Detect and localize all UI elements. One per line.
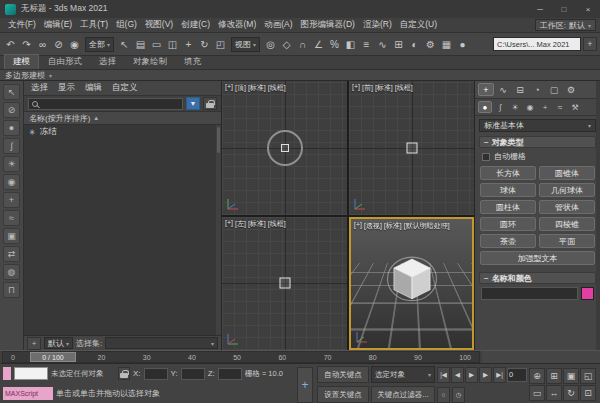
box-object[interactable] [279, 278, 290, 289]
menubar-item[interactable]: 图形编辑器(D) [297, 19, 359, 31]
current-frame-field[interactable] [507, 368, 527, 382]
reference-coordinate-dropdown[interactable]: 视图 ▾ [231, 37, 260, 52]
menubar-item[interactable]: 视图(V) [141, 19, 177, 31]
category-space-warps-icon[interactable]: ≈ [553, 101, 567, 113]
set-keys-button[interactable]: + [297, 367, 313, 403]
explorer-menu-item[interactable]: 显示 [58, 82, 75, 94]
tab-create-icon[interactable]: + [478, 83, 494, 96]
tab-display-icon[interactable]: ▢ [546, 83, 562, 96]
explorer-display-materials-icon[interactable]: ◍ [3, 264, 20, 280]
category-helpers-icon[interactable]: + [538, 101, 552, 113]
ribbon-tab[interactable]: 对象绘制 [125, 55, 175, 69]
selection-lock-toggle[interactable] [118, 367, 130, 380]
zoom-all-icon[interactable]: ⊞ [546, 368, 562, 384]
viewport-label-tag[interactable]: [标准] [248, 219, 266, 229]
mirror-icon[interactable]: ◧ [343, 35, 358, 53]
explorer-display-helpers-icon[interactable]: + [3, 192, 20, 208]
explorer-preset-dropdown[interactable]: 默认 ▾ [44, 337, 73, 349]
object-type-button[interactable]: 圆环 [480, 217, 536, 231]
ribbon-tab[interactable]: 建模 [4, 54, 39, 69]
list-item[interactable]: ✳ 冻结 [24, 125, 221, 139]
tab-motion-icon[interactable]: ◔ [529, 83, 545, 96]
explorer-display-lights-icon[interactable]: ☀ [3, 156, 20, 172]
viewport-label-tag[interactable]: [+] [225, 219, 233, 229]
explorer-menu-item[interactable]: 编辑 [85, 82, 102, 94]
object-type-button[interactable]: 平面 [539, 234, 595, 248]
explorer-display-warps-icon[interactable]: ≈ [3, 210, 20, 226]
explorer-scrollbar[interactable] [216, 125, 221, 335]
viewport-label-tag[interactable]: [线框] [268, 83, 286, 93]
menubar-item[interactable]: 工具(T) [76, 19, 112, 31]
zoom-extents-all-icon[interactable]: ◱ [580, 368, 596, 384]
explorer-display-cameras-icon[interactable]: ◉ [3, 174, 20, 190]
explorer-menu-item[interactable]: 自定义 [112, 82, 138, 94]
window-crossing-icon[interactable]: ◫ [165, 35, 180, 53]
menubar-item[interactable]: 修改器(M) [214, 19, 260, 31]
viewport-label-tag[interactable]: [+] [354, 221, 362, 231]
key-mode-toggle-icon[interactable]: ○ [437, 387, 450, 403]
zoom-extents-icon[interactable]: ▣ [563, 368, 579, 384]
select-and-scale-icon[interactable]: ◰ [213, 35, 228, 53]
next-frame-icon[interactable]: ▶ [479, 367, 492, 383]
viewport-label-tag[interactable]: [+] [225, 83, 233, 93]
viewport-label-tag[interactable]: [标准] [375, 83, 393, 93]
explorer-pick-icon[interactable]: ↖ [3, 84, 20, 100]
go-to-end-icon[interactable]: ▶| [493, 367, 506, 383]
explorer-display-groups-icon[interactable]: ▣ [3, 228, 20, 244]
explorer-column-header[interactable]: 名称(按升序排序) ▲ [24, 112, 221, 125]
scrollbar-thumb[interactable] [217, 127, 220, 153]
explorer-lock-icon[interactable]: ⊓ [3, 282, 20, 298]
macro-recorder-strip[interactable] [3, 367, 11, 380]
menubar-item[interactable]: 文件(F) [4, 19, 40, 31]
bind-to-space-warp-icon[interactable]: ◉ [67, 35, 82, 53]
viewport-label-tag[interactable]: [顶] [235, 83, 246, 93]
select-and-move-icon[interactable]: + [181, 35, 196, 53]
render-icon[interactable]: ● [455, 35, 470, 53]
zoom-icon[interactable]: ⊕ [529, 368, 545, 384]
object-type-button[interactable]: 茶壶 [480, 234, 536, 248]
object-type-button[interactable]: 加强型文本 [480, 251, 595, 265]
tab-modify-icon[interactable]: ∿ [495, 83, 511, 96]
add-selection-set-icon[interactable]: + [27, 337, 41, 350]
object-type-button[interactable]: 长方体 [480, 166, 536, 180]
explorer-search-box[interactable] [28, 98, 183, 110]
select-by-name-icon[interactable]: ▤ [133, 35, 148, 53]
filter-funnel-icon[interactable]: ▼ [186, 97, 200, 110]
viewport-label-tag[interactable]: [标准] [248, 83, 266, 93]
menubar-item[interactable]: 编辑(E) [40, 19, 76, 31]
tab-hierarchy-icon[interactable]: ⊟ [512, 83, 528, 96]
maxscript-mini-listener[interactable] [14, 367, 48, 380]
time-slider-handle[interactable]: 0 / 100 [30, 352, 76, 362]
time-configuration-icon[interactable]: ◷ [452, 387, 465, 403]
viewport-perspective[interactable]: [+][透视][标准][默认明暗处理] [349, 217, 474, 351]
orbit-icon[interactable]: ↻ [563, 385, 579, 401]
category-systems-icon[interactable]: ⚒ [568, 101, 582, 113]
object-type-button[interactable]: 管状体 [539, 200, 595, 214]
maximize-viewport-icon[interactable]: ⊡ [580, 385, 596, 401]
set-key-mode-button[interactable]: 设置关键点 [317, 386, 369, 403]
viewport-label-tag[interactable]: [线框] [395, 83, 413, 93]
search-input[interactable] [41, 99, 179, 108]
viewport-label-tag[interactable]: [+] [352, 83, 360, 93]
object-color-swatch[interactable] [581, 287, 594, 300]
box-object[interactable] [383, 251, 441, 305]
play-icon[interactable]: ▶ [465, 367, 478, 383]
menubar-item[interactable]: 渲染(R) [359, 19, 396, 31]
explorer-display-geometry-icon[interactable]: ● [3, 120, 20, 136]
object-type-button[interactable]: 球体 [480, 183, 536, 197]
ribbon-section-label[interactable]: 多边形建模 [5, 70, 45, 81]
previous-frame-icon[interactable]: ◀ [451, 367, 464, 383]
material-editor-icon[interactable]: ◐ [407, 35, 422, 53]
autogrid-checkbox[interactable] [482, 153, 490, 161]
command-panel-scrollbar[interactable] [596, 81, 600, 350]
select-and-link-icon[interactable]: ∞ [35, 35, 50, 53]
object-type-button[interactable]: 几何球体 [539, 183, 595, 197]
explorer-menu-item[interactable]: 选择 [31, 82, 48, 94]
angle-snap-icon[interactable]: ∠ [311, 35, 326, 53]
rendered-frame-icon[interactable]: ▦ [439, 35, 454, 53]
category-cameras-icon[interactable]: ◉ [523, 101, 537, 113]
viewport-label-tag[interactable]: [透视] [364, 221, 382, 231]
render-setup-icon[interactable]: ⚙ [423, 35, 438, 53]
object-type-button[interactable]: 四棱锥 [539, 217, 595, 231]
ribbon-tab[interactable]: 自由形式 [40, 55, 90, 69]
